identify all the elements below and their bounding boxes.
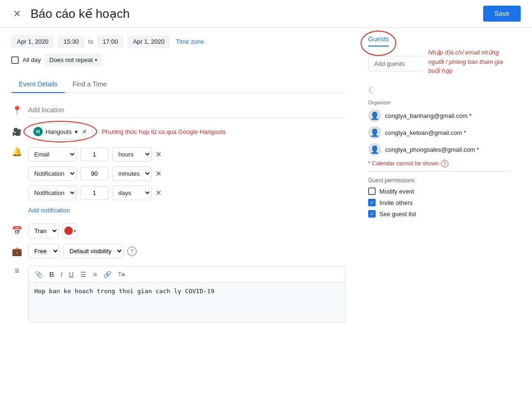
allday-label: All day: [23, 56, 41, 63]
notif-remove-3[interactable]: ✕: [155, 188, 162, 197]
tab-event-details[interactable]: Event Details: [11, 76, 65, 93]
add-notification-button[interactable]: Add notification: [28, 205, 70, 216]
notif-type-select-2[interactable]: Email Notification: [28, 166, 77, 181]
guest-avatar-1: 👤: [368, 109, 381, 122]
divider: [368, 171, 510, 172]
bell-icon: 🔔: [11, 147, 23, 157]
save-button[interactable]: Save: [483, 6, 521, 22]
briefcase-icon: 💼: [11, 246, 23, 257]
modify-event-checkbox[interactable]: [368, 187, 376, 195]
unordered-list-button[interactable]: ≡: [91, 269, 99, 280]
top-bar: ✕ Báo cáo kế hoạch Save: [0, 0, 532, 28]
invite-others-checkbox[interactable]: [368, 199, 376, 206]
notifs-list: Email Notification minutes hours days we…: [11, 147, 346, 200]
text-icon: ≡: [11, 266, 23, 276]
organizer-section: Organizer 👤 congtya_banhang@gmail.com * …: [368, 100, 510, 156]
color-arrow-icon: ▾: [74, 228, 76, 234]
help-icon[interactable]: ?: [127, 247, 137, 256]
allday-row: All day Does not repeat ▾: [11, 54, 346, 66]
guests-title: Guests: [368, 35, 389, 47]
hangouts-label: Hangouts: [46, 128, 72, 135]
hangouts-button[interactable]: H Hangouts ▾ ✕: [28, 124, 93, 140]
notif-unit-select-3[interactable]: minutes hours days: [112, 186, 152, 200]
guest-email-3: congtya_phongsales@gmail.com *: [385, 146, 479, 153]
hangouts-annotation: Phương thức họp từ xa qua Google Hangout…: [102, 128, 226, 135]
notif-remove-2[interactable]: ✕: [155, 169, 162, 178]
tab-find-time[interactable]: Find a Time: [65, 76, 114, 93]
ordered-list-button[interactable]: ☰: [78, 269, 89, 280]
guest-email-1: congtya_banhang@gmail.com *: [385, 112, 471, 119]
right-panel: Guests Add guests Nhập địa chỉ email nhữ…: [357, 28, 521, 337]
calendar-note: * Calendar cannot be shown ?: [368, 160, 510, 167]
guest-item-3: 👤 congtya_phongsales@gmail.com *: [368, 143, 510, 156]
permission-see-guest-list: See guest list: [368, 210, 510, 218]
hangouts-remove-icon[interactable]: ✕: [82, 128, 87, 135]
moon-icon: ☾: [368, 85, 377, 96]
close-button[interactable]: ✕: [11, 6, 23, 21]
camera-icon: 🎥: [11, 127, 23, 136]
link-button[interactable]: 🔗: [101, 269, 114, 280]
modify-event-label: Modify event: [379, 188, 414, 195]
visibility-select[interactable]: Default visibility Public Private: [63, 244, 123, 258]
organizer-label: Organizer: [368, 100, 510, 105]
permissions-label: Guest permissions: [368, 177, 510, 184]
hangouts-logo: H: [33, 127, 43, 136]
description-textarea[interactable]: Hop ban ke hoach trong thoi gian cach ly…: [29, 283, 345, 320]
guests-annotation: Nhập địa chỉ email những người / phòng b…: [423, 44, 517, 79]
calendar-note-text: * Calendar cannot be shown: [368, 160, 439, 167]
notif-value-1[interactable]: [80, 148, 108, 161]
notif-unit-select-2[interactable]: minutes hours days: [112, 166, 152, 181]
notif-remove-1[interactable]: ✕: [155, 150, 162, 159]
see-guest-list-checkbox[interactable]: [368, 210, 376, 218]
see-guest-list-label: See guest list: [379, 211, 416, 218]
repeat-button[interactable]: Does not repeat ▾: [45, 54, 102, 66]
notif-value-2[interactable]: [80, 167, 108, 180]
allday-checkbox[interactable]: [11, 56, 19, 64]
calendar-select[interactable]: Tran: [28, 224, 59, 238]
color-dot: [64, 226, 73, 235]
repeat-arrow-icon: ▾: [95, 57, 97, 62]
status-row: 💼 Free Busy Default visibility Public Pr…: [11, 244, 346, 258]
hangouts-row: 🎥 H Hangouts ▾ ✕ Phương thức họp từ xa q…: [11, 124, 346, 140]
location-icon: 📍: [11, 105, 23, 116]
hangouts-wrapper: H Hangouts ▾ ✕: [28, 124, 93, 140]
notification-row-3: Email Notification minutes hours days ✕: [28, 186, 346, 200]
guest-item-1: 👤 congtya_banhang@gmail.com *: [368, 109, 510, 122]
location-row: 📍: [11, 102, 346, 118]
notif-type-select-3[interactable]: Email Notification: [28, 186, 77, 200]
guest-avatar-3: 👤: [368, 143, 381, 156]
description-container: 📎 B I U ☰ ≡ 🔗 Tx̶ Hop ban ke hoach trong…: [28, 266, 346, 322]
notif-type-select-1[interactable]: Email Notification: [28, 147, 77, 162]
notif-unit-select-1[interactable]: minutes hours days weeks: [112, 147, 152, 162]
underline-button[interactable]: U: [67, 269, 76, 280]
guest-item-2: 👤 congtya_ketoan@gmail.com *: [368, 126, 510, 139]
bold-button[interactable]: B: [47, 269, 56, 280]
italic-button[interactable]: I: [58, 269, 65, 280]
start-time-button[interactable]: 15:30: [58, 35, 85, 48]
calendar-icon: 📅: [11, 226, 23, 236]
moon-area: ☾: [368, 85, 510, 96]
description-section: ≡ 📎 B I U ☰ ≡ 🔗 Tx̶ Hop ban ke hoach tro…: [11, 266, 346, 322]
permissions-section: Guest permissions Modify event Invite ot…: [368, 177, 510, 218]
event-title: Báo cáo kế hoạch: [31, 7, 483, 21]
end-date-button[interactable]: Apr 1, 2020: [127, 35, 170, 48]
location-input[interactable]: [28, 102, 346, 118]
guest-avatar-2: 👤: [368, 126, 381, 139]
date-row: Apr 1, 2020 15:30 to 17:00 Apr 1, 2020 T…: [11, 35, 346, 48]
end-time-button[interactable]: 17:00: [97, 35, 124, 48]
main-layout: Apr 1, 2020 15:30 to 17:00 Apr 1, 2020 T…: [0, 28, 532, 337]
attach-button[interactable]: 📎: [32, 269, 45, 280]
calendar-help-icon[interactable]: ?: [441, 160, 448, 167]
notifications-section: 🔔 Email Notification minutes hours days …: [11, 147, 346, 200]
permission-modify-event: Modify event: [368, 187, 510, 195]
start-date-button[interactable]: Apr 1, 2020: [11, 35, 54, 48]
left-panel: Apr 1, 2020 15:30 to 17:00 Apr 1, 2020 T…: [0, 28, 357, 337]
to-label: to: [88, 38, 93, 45]
permission-invite-others: Invite others: [368, 199, 510, 206]
color-picker-button[interactable]: ▾: [62, 223, 77, 238]
notif-value-3[interactable]: [80, 186, 108, 200]
invite-others-label: Invite others: [379, 199, 413, 206]
timezone-button[interactable]: Time zone: [176, 38, 204, 45]
status-select[interactable]: Free Busy: [28, 244, 60, 258]
remove-format-button[interactable]: Tx̶: [116, 270, 127, 279]
